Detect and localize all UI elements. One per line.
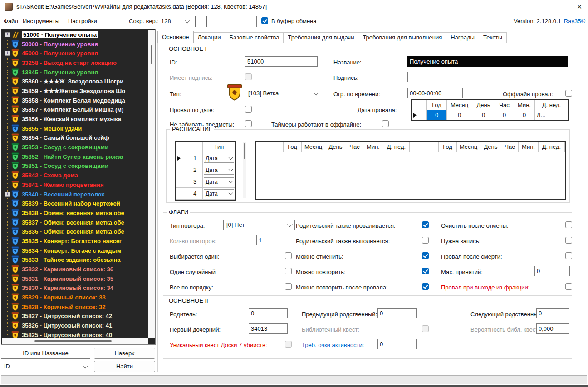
tree-item-35830[interactable]: 35830 - Карминовый список: 34	[1, 284, 148, 293]
grid-cell[interactable]: Д. нед.	[539, 142, 565, 152]
grid-cell[interactable]: Час	[495, 100, 514, 110]
grid-cell[interactable]: Месяц	[457, 142, 480, 152]
tab-5[interactable]: Награды	[446, 32, 479, 43]
grid-cell[interactable]: Дата	[203, 188, 235, 200]
has-sign-checkbox[interactable]	[245, 73, 252, 80]
grid-cell[interactable]	[410, 142, 439, 152]
unique-board-quest-checkbox[interactable]	[285, 341, 292, 348]
minimize-button[interactable]	[514, 0, 534, 14]
expander-plus-icon[interactable]: +	[5, 32, 10, 37]
schedule-type-combo[interactable]: Дата	[204, 189, 234, 198]
tree-item-35836[interactable]: 35836 - Обмен: весенняя метка обе	[1, 227, 148, 236]
flag-checkbox[interactable]	[422, 221, 429, 228]
tree-item-35839[interactable]: 35839 - Весенний набор чертежей	[1, 199, 148, 208]
find-button[interactable]: Найти	[94, 361, 155, 372]
tree-item-35857[interactable]: 35857 - Комплект Белый мишка (м)	[1, 105, 148, 115]
flag-checkbox[interactable]	[422, 283, 429, 290]
grid-cell[interactable]: Год	[439, 142, 457, 152]
library-prob-field[interactable]	[536, 323, 569, 334]
next-sibling-field[interactable]	[536, 308, 569, 318]
flag-checkbox[interactable]	[285, 283, 292, 290]
tree-item-33258[interactable]: 33258 - Выход на старт локацию	[1, 58, 148, 68]
flag-checkbox[interactable]	[285, 268, 292, 274]
menu-settings[interactable]: Настройки	[68, 18, 97, 24]
flag-checkbox[interactable]	[422, 268, 429, 274]
grid-cell[interactable]	[412, 110, 427, 120]
flag-checkbox[interactable]	[565, 237, 572, 244]
grid-cell[interactable]: 2	[187, 164, 203, 176]
scrollbar-thumb[interactable]	[244, 143, 245, 159]
quest-type-combo[interactable]: [103] Ветка	[245, 88, 321, 98]
tree-item-35831[interactable]: 35831 - Карминовый список: 35	[1, 274, 148, 284]
offline-fail-checkbox[interactable]	[565, 90, 572, 97]
grid-cell[interactable]: Тип	[203, 142, 235, 152]
tree-item-35826[interactable]: 35826 - Цитрусовый список: 41	[1, 321, 148, 330]
save-version-combo[interactable]: 128	[158, 16, 192, 26]
quest-id-field[interactable]	[245, 56, 318, 67]
tree-item-35832[interactable]: 35832 - Карминовый список: 36	[1, 265, 148, 274]
tree-item-35842[interactable]: 35842 - Схема дома	[1, 171, 148, 180]
library-quest-checkbox[interactable]	[422, 325, 429, 332]
grid-cell[interactable]: Месяц	[302, 142, 325, 152]
tree-item-35838[interactable]: 35838 - Обмен: весенняя метка обе	[1, 208, 148, 218]
grid-cell[interactable]	[176, 188, 187, 200]
fail-date-grid[interactable]: ГодМесяцДеньЧасМин.Д. нед.00000Л...	[411, 99, 569, 121]
tree-item-35834[interactable]: 35834 - Конверт: Богаче с каждым	[1, 246, 148, 255]
grid-cell[interactable]: Час	[501, 142, 519, 152]
quest-name-field[interactable]	[407, 56, 568, 67]
tree-horizontal-scrollbar[interactable]	[2, 338, 148, 344]
tree-item-35858[interactable]: 35858 - Комплект Белая медведица	[1, 96, 148, 105]
repeat-count-field[interactable]	[256, 235, 295, 245]
tree-item-35860[interactable]: 35860 - ★★★Ж. Звездолова Шогри	[1, 77, 148, 86]
tree-item-35835[interactable]: 35835 - Конверт: Богатство навсег	[1, 236, 148, 246]
tab-1[interactable]: Локации	[194, 32, 225, 43]
sign-field[interactable]	[407, 72, 568, 82]
tree-item-35852[interactable]: 35852 - Найти Супер-камень рюкза	[1, 152, 148, 162]
flag-checkbox[interactable]	[565, 221, 572, 228]
scrollbar-thumb[interactable]	[151, 45, 152, 64]
close-button[interactable]: ✕	[569, 0, 588, 14]
prev-sibling-field[interactable]	[377, 308, 416, 318]
clipboard-checkbox[interactable]	[261, 17, 268, 24]
grid-cell[interactable]: 0	[495, 110, 514, 120]
tab-0[interactable]: Основное	[157, 31, 194, 43]
flag-checkbox[interactable]	[285, 252, 292, 259]
tree-item-35855[interactable]: 35855 - Мешок удачи	[1, 124, 148, 133]
activity-points-field[interactable]	[377, 339, 416, 349]
menu-file[interactable]: Файл	[4, 18, 18, 24]
search-input[interactable]	[1, 348, 90, 359]
expander-plus-icon[interactable]: +	[5, 51, 10, 56]
schedule-scrollbar[interactable]	[243, 142, 246, 198]
parent-field[interactable]	[249, 308, 288, 318]
credit-link[interactable]: Ray35©	[564, 18, 585, 24]
repeat-type-combo[interactable]: [0] Нет	[223, 220, 295, 230]
first-child-field[interactable]	[249, 323, 288, 334]
tree-item-35840[interactable]: + 35840 - Весенний переполох	[1, 190, 148, 199]
grid-cell[interactable]: 1	[187, 152, 203, 164]
tree-item-35827[interactable]: 35827 - Цитрусовый список: 42	[1, 312, 148, 321]
schedule-type-grid[interactable]: Тип1Дата2Дата3Дата4Дата	[175, 141, 236, 201]
grid-cell[interactable]	[176, 164, 187, 176]
grid-cell[interactable]: Д. нед.	[535, 100, 568, 110]
tree-item-13845[interactable]: 13845 - Получение уровня	[1, 68, 148, 77]
tree-vertical-scrollbar[interactable]	[148, 30, 155, 338]
grid-cell[interactable]: 0	[472, 110, 495, 120]
tree-item-35837[interactable]: 35837 - Обмен: весенняя метка обе	[1, 218, 148, 227]
scroll-top-button[interactable]: Наверх	[94, 348, 155, 359]
grid-cell[interactable]: Мин.	[519, 142, 539, 152]
flag-checkbox[interactable]	[422, 252, 429, 259]
toolbar-small-box[interactable]	[195, 16, 207, 27]
tab-4[interactable]: Требования для выполнения	[358, 32, 446, 43]
schedule-type-combo[interactable]: Дата	[204, 177, 234, 186]
grid-cell[interactable]: Год	[284, 142, 302, 152]
expander-plus-icon[interactable]: +	[5, 192, 10, 197]
quest-tree[interactable]: + 51000 - Получение опыта 50000 - Получе…	[1, 29, 156, 345]
grid-cell[interactable]: 0	[427, 110, 447, 120]
schedule-type-combo[interactable]: Дата	[204, 154, 234, 163]
grid-cell[interactable]: 3	[187, 176, 203, 188]
search-mode-combo[interactable]: ID	[1, 361, 90, 372]
tree-item-50000[interactable]: 50000 - Получение уровня	[1, 39, 148, 49]
grid-cell[interactable]: 0	[514, 110, 535, 120]
grid-cell[interactable]: Мин.	[363, 142, 383, 152]
grid-cell[interactable]: Д. нед.	[383, 142, 410, 152]
